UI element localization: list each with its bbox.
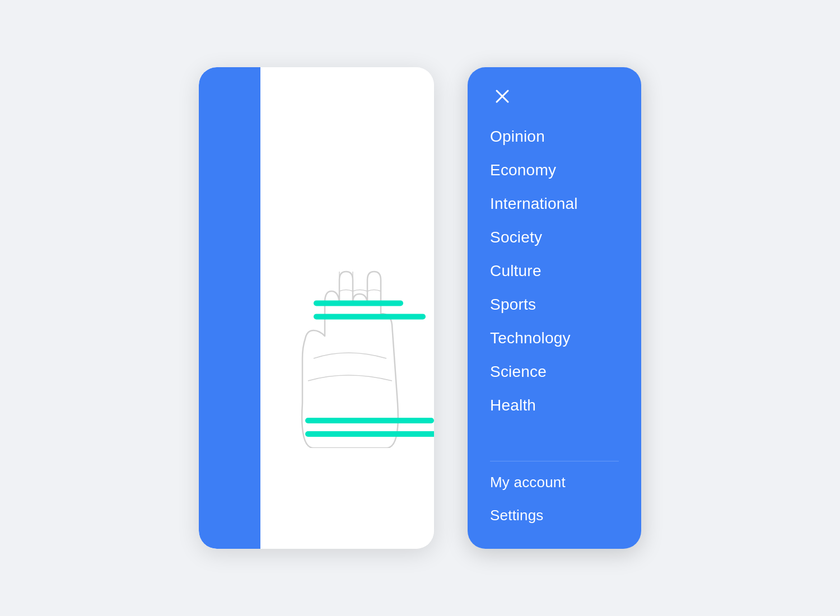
hamburger-line-1 <box>314 300 403 306</box>
menu-item-economy[interactable]: Economy <box>490 153 619 187</box>
hamburger-line-2 <box>314 314 426 319</box>
left-content <box>260 67 434 549</box>
hamburger-lines-bottom <box>305 418 434 437</box>
close-button[interactable] <box>490 84 515 109</box>
menu-items: Opinion Economy International Society Cu… <box>468 120 641 456</box>
hamburger-line-4 <box>305 431 434 437</box>
menu-item-sports[interactable]: Sports <box>490 288 619 321</box>
menu-bottom: My account Settings <box>468 466 641 532</box>
menu-item-international[interactable]: International <box>490 187 619 221</box>
right-card: Opinion Economy International Society Cu… <box>468 67 641 549</box>
scene: Opinion Economy International Society Cu… <box>84 39 756 577</box>
menu-item-settings[interactable]: Settings <box>490 499 619 532</box>
menu-item-health[interactable]: Health <box>490 389 619 422</box>
menu-item-opinion[interactable]: Opinion <box>490 120 619 153</box>
menu-divider <box>490 461 619 461</box>
left-card <box>199 67 434 549</box>
menu-item-culture[interactable]: Culture <box>490 254 619 288</box>
left-blue-strip <box>199 67 260 549</box>
menu-item-science[interactable]: Science <box>490 355 619 389</box>
menu-item-my-account[interactable]: My account <box>490 466 619 499</box>
menu-item-technology[interactable]: Technology <box>490 321 619 355</box>
hamburger-lines-top <box>314 300 426 319</box>
hamburger-line-3 <box>305 418 434 423</box>
menu-item-society[interactable]: Society <box>490 221 619 254</box>
